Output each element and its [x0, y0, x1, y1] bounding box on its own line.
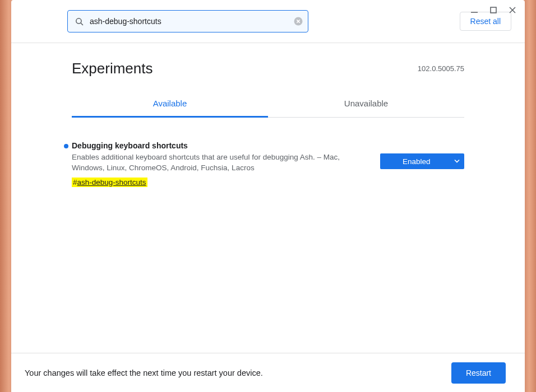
restart-button[interactable]: Restart: [451, 362, 506, 384]
version-label: 102.0.5005.75: [418, 64, 464, 73]
flag-hash-link[interactable]: #ash-debug-shortcuts: [72, 178, 147, 187]
heading-row: Experiments 102.0.5005.75: [72, 43, 464, 91]
flag-hash-text: ash-debug-shortcuts: [77, 178, 146, 186]
flag-item: Debugging keyboard shortcuts Enables add…: [72, 118, 464, 187]
flag-title: Debugging keyboard shortcuts: [72, 141, 367, 150]
close-icon: [509, 6, 516, 14]
search-input[interactable]: [90, 11, 288, 32]
page-title: Experiments: [72, 60, 153, 77]
svg-line-5: [81, 22, 83, 25]
window-controls: [469, 4, 518, 16]
flag-hash-prefix: #: [73, 178, 77, 186]
chevron-down-icon: [454, 157, 460, 166]
flag-controls: Enabled: [380, 141, 464, 169]
minimize-icon: [470, 6, 478, 14]
flag-modified-indicator: [64, 144, 68, 148]
tab-available[interactable]: Available: [72, 91, 268, 118]
top-bar: Reset all: [11, 0, 525, 43]
chrome-flags-window: Reset all Experiments 102.0.5005.75 Avai…: [11, 0, 525, 392]
flag-description: Enables additional keyboard shortcuts th…: [72, 152, 367, 174]
maximize-icon: [490, 7, 497, 13]
restart-bar: Your changes will take effect the next t…: [11, 353, 525, 392]
tab-unavailable[interactable]: Unavailable: [268, 91, 464, 118]
close-button[interactable]: [507, 4, 518, 16]
restart-message: Your changes will take effect the next t…: [25, 368, 263, 377]
minimize-button[interactable]: [469, 4, 480, 16]
flag-info: Debugging keyboard shortcuts Enables add…: [72, 141, 367, 187]
tabs: Available Unavailable: [72, 91, 464, 118]
search-box: [67, 10, 308, 32]
content-area: Experiments 102.0.5005.75 Available Unav…: [11, 43, 525, 392]
search-icon: [75, 17, 84, 26]
clear-icon: [293, 16, 303, 26]
maximize-button[interactable]: [488, 4, 499, 16]
clear-search-button[interactable]: [293, 16, 303, 26]
svg-point-4: [76, 18, 81, 23]
flag-state-value: Enabled: [403, 157, 431, 166]
svg-rect-1: [491, 7, 496, 13]
flag-state-select[interactable]: Enabled: [380, 153, 464, 169]
